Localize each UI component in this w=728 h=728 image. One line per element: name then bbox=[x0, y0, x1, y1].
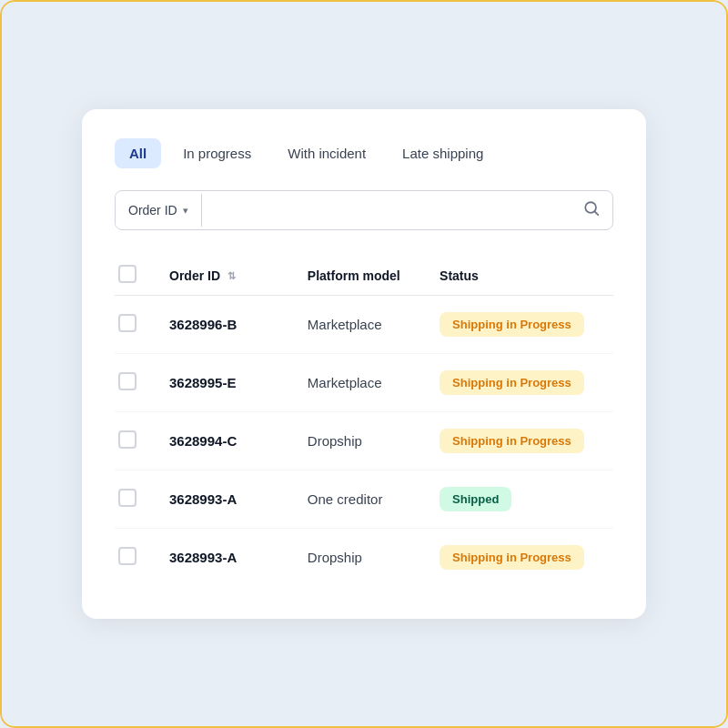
table-header-row: Order ID ⇅ Platform model Status bbox=[115, 256, 613, 296]
select-all-checkbox[interactable] bbox=[118, 265, 136, 283]
tab-bar: All In progress With incident Late shipp… bbox=[115, 138, 613, 168]
header-checkbox-col bbox=[115, 256, 155, 296]
table-row: 3628996-BMarketplaceShipping in Progress bbox=[115, 296, 613, 354]
row-checkbox-cell bbox=[115, 296, 155, 354]
main-card: All In progress With incident Late shipp… bbox=[82, 109, 646, 619]
row-checkbox-2[interactable] bbox=[118, 430, 136, 449]
tab-all[interactable]: All bbox=[115, 138, 161, 168]
row-status-cell: Shipping in Progress bbox=[425, 412, 613, 470]
status-badge: Shipping in Progress bbox=[440, 370, 584, 395]
chevron-down-icon: ▾ bbox=[183, 205, 188, 217]
row-platform-model: Dropship bbox=[293, 529, 425, 587]
row-order-id: 3628996-B bbox=[155, 296, 293, 354]
header-platform-model: Platform model bbox=[293, 256, 425, 296]
row-platform-model: One creditor bbox=[293, 470, 425, 529]
row-order-id: 3628994-C bbox=[155, 412, 293, 470]
row-order-id: 3628993-A bbox=[155, 529, 293, 587]
orders-table: Order ID ⇅ Platform model Status 3628996… bbox=[115, 256, 613, 586]
table-row: 3628995-EMarketplaceShipping in Progress bbox=[115, 354, 613, 412]
search-input[interactable] bbox=[202, 194, 571, 227]
row-checkbox-1[interactable] bbox=[118, 372, 136, 390]
row-order-id: 3628993-A bbox=[155, 470, 293, 529]
row-checkbox-cell bbox=[115, 529, 155, 587]
row-checkbox-cell bbox=[115, 470, 155, 529]
status-badge: Shipping in Progress bbox=[440, 545, 584, 570]
header-status: Status bbox=[425, 256, 613, 296]
row-checkbox-4[interactable] bbox=[118, 547, 136, 565]
tab-with-incident[interactable]: With incident bbox=[273, 138, 380, 168]
row-status-cell: Shipped bbox=[425, 470, 613, 529]
search-dropdown-label: Order ID bbox=[128, 203, 177, 217]
page-wrapper: All In progress With incident Late shipp… bbox=[0, 0, 728, 728]
table-row: 3628994-CDropshipShipping in Progress bbox=[115, 412, 613, 470]
table-row: 3628993-AOne creditorShipped bbox=[115, 470, 613, 529]
search-icon bbox=[583, 204, 600, 219]
status-badge: Shipping in Progress bbox=[440, 429, 584, 453]
row-checkbox-cell bbox=[115, 412, 155, 470]
row-checkbox-3[interactable] bbox=[118, 489, 136, 507]
svg-line-1 bbox=[594, 211, 598, 215]
row-platform-model: Marketplace bbox=[293, 296, 425, 354]
row-status-cell: Shipping in Progress bbox=[425, 529, 613, 587]
row-order-id: 3628995-E bbox=[155, 354, 293, 412]
header-order-id: Order ID ⇅ bbox=[155, 256, 293, 296]
tab-in-progress[interactable]: In progress bbox=[168, 138, 266, 168]
row-platform-model: Dropship bbox=[293, 412, 425, 470]
sort-icon[interactable]: ⇅ bbox=[228, 270, 236, 282]
row-checkbox-cell bbox=[115, 354, 155, 412]
row-status-cell: Shipping in Progress bbox=[425, 296, 613, 354]
row-status-cell: Shipping in Progress bbox=[425, 354, 613, 412]
tab-late-shipping[interactable]: Late shipping bbox=[388, 138, 498, 168]
status-badge: Shipped bbox=[440, 487, 511, 511]
search-bar: Order ID ▾ bbox=[115, 190, 613, 230]
row-platform-model: Marketplace bbox=[293, 354, 425, 412]
row-checkbox-0[interactable] bbox=[118, 314, 136, 332]
table-row: 3628993-ADropshipShipping in Progress bbox=[115, 529, 613, 587]
search-dropdown[interactable]: Order ID ▾ bbox=[116, 194, 202, 227]
status-badge: Shipping in Progress bbox=[440, 312, 584, 337]
search-button[interactable] bbox=[571, 191, 612, 229]
